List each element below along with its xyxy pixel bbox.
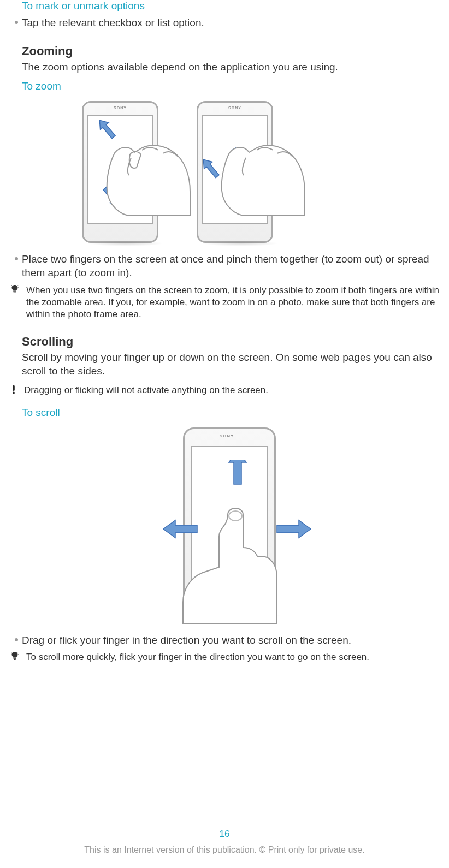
tip-row: When you use two fingers on the screen t… <box>11 284 442 320</box>
bullet-dot-icon <box>11 16 22 24</box>
bullet-text: Tap the relevant checkbox or list option… <box>22 16 442 30</box>
heading-zooming: Zooming <box>22 44 442 58</box>
page-number: 16 <box>0 829 449 840</box>
exclamation-note-icon <box>11 384 24 394</box>
phone-pinch-in-illustration: SONY <box>76 101 164 243</box>
scroll-hand-icon <box>161 460 314 624</box>
note-text: Dragging or flicking will not activate a… <box>24 384 442 396</box>
svg-rect-2 <box>14 293 16 293</box>
note-row: Dragging or flicking will not activate a… <box>11 384 442 396</box>
svg-rect-7 <box>13 385 15 391</box>
bullet-text: Place two fingers on the screen at once … <box>22 253 442 280</box>
svg-rect-1 <box>14 292 16 292</box>
tip-row: To scroll more quickly, flick your finge… <box>11 651 442 663</box>
sub-heading-to-scroll: To scroll <box>22 407 442 419</box>
svg-rect-11 <box>14 658 16 659</box>
lightbulb-tip-icon <box>11 651 26 661</box>
bullet-row: Place two fingers on the screen at once … <box>11 253 442 280</box>
zoom-illustration-row: SONY <box>76 101 442 243</box>
tip-text: When you use two fingers on the screen t… <box>26 284 442 320</box>
bullet-dot-icon <box>11 253 22 260</box>
heading-scrolling: Scrolling <box>22 335 442 349</box>
bullet-row: Tap the relevant checkbox or list option… <box>11 16 442 30</box>
pinch-in-hand-icon <box>98 123 197 232</box>
body-text-scroll: Scroll by moving your finger up or down … <box>22 351 442 378</box>
phone-scroll-illustration: SONY <box>172 427 281 624</box>
sub-heading-to-zoom: To zoom <box>22 80 442 92</box>
sub-heading-mark: To mark or unmark options <box>22 0 442 12</box>
svg-line-15 <box>11 652 12 653</box>
svg-rect-12 <box>14 659 16 660</box>
body-text-zoom: The zoom options available depend on the… <box>22 61 442 74</box>
phone-brand-label: SONY <box>172 433 281 438</box>
lightbulb-tip-icon <box>11 284 26 294</box>
svg-line-16 <box>17 652 18 653</box>
tip-text: To scroll more quickly, flick your finge… <box>26 651 442 663</box>
phone-brand-label: SONY <box>76 106 164 110</box>
svg-line-5 <box>11 285 12 286</box>
svg-rect-10 <box>13 658 16 658</box>
bullet-row: Drag or flick your finger in the directi… <box>11 634 442 647</box>
phone-brand-label: SONY <box>191 106 279 110</box>
bullet-dot-icon <box>11 634 22 641</box>
footer-text: This is an Internet version of this publ… <box>0 845 449 855</box>
svg-line-6 <box>17 285 18 286</box>
scroll-illustration-row: SONY <box>11 427 442 624</box>
svg-point-8 <box>13 392 15 394</box>
spread-hand-icon <box>213 123 311 232</box>
bullet-text: Drag or flick your finger in the directi… <box>22 634 442 647</box>
phone-spread-illustration: SONY <box>191 101 279 243</box>
svg-rect-0 <box>13 290 16 291</box>
